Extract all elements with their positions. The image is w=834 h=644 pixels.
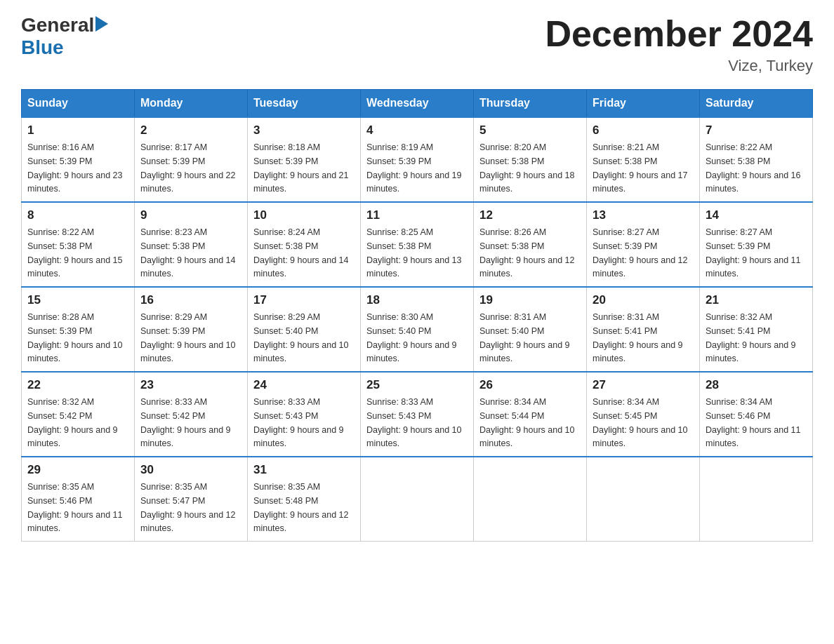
- calendar-cell: 9 Sunrise: 8:23 AMSunset: 5:38 PMDayligh…: [135, 202, 248, 287]
- calendar-week-row-5: 29 Sunrise: 8:35 AMSunset: 5:46 PMDaylig…: [22, 457, 813, 542]
- day-number: 4: [366, 123, 468, 137]
- day-info: Sunrise: 8:34 AMSunset: 5:44 PMDaylight:…: [479, 397, 575, 448]
- day-number: 13: [593, 208, 694, 222]
- title-section: December 2024 Vize, Turkey: [545, 14, 813, 75]
- calendar-cell: 3 Sunrise: 8:18 AMSunset: 5:39 PMDayligh…: [248, 117, 361, 202]
- day-number: 3: [253, 123, 355, 137]
- calendar-week-row-3: 15 Sunrise: 8:28 AMSunset: 5:39 PMDaylig…: [22, 287, 813, 372]
- col-thursday: Thursday: [474, 90, 587, 118]
- day-number: 18: [366, 293, 468, 307]
- page-header: General Blue December 2024 Vize, Turkey: [21, 14, 813, 75]
- calendar-week-row-2: 8 Sunrise: 8:22 AMSunset: 5:38 PMDayligh…: [22, 202, 813, 287]
- day-number: 30: [140, 463, 241, 477]
- day-number: 26: [479, 378, 581, 392]
- day-info: Sunrise: 8:29 AMSunset: 5:39 PMDaylight:…: [140, 312, 236, 363]
- day-info: Sunrise: 8:22 AMSunset: 5:38 PMDaylight:…: [706, 142, 801, 194]
- day-info: Sunrise: 8:17 AMSunset: 5:39 PMDaylight:…: [140, 142, 236, 194]
- day-number: 6: [593, 123, 694, 137]
- col-wednesday: Wednesday: [361, 90, 474, 118]
- calendar-week-row-4: 22 Sunrise: 8:32 AMSunset: 5:42 PMDaylig…: [22, 372, 813, 457]
- day-number: 27: [593, 378, 694, 392]
- calendar-cell: 20 Sunrise: 8:31 AMSunset: 5:41 PMDaylig…: [587, 287, 700, 372]
- day-info: Sunrise: 8:30 AMSunset: 5:40 PMDaylight:…: [366, 312, 457, 363]
- day-info: Sunrise: 8:32 AMSunset: 5:42 PMDaylight:…: [27, 397, 118, 448]
- day-info: Sunrise: 8:31 AMSunset: 5:41 PMDaylight:…: [593, 312, 683, 363]
- day-number: 22: [27, 378, 128, 392]
- day-info: Sunrise: 8:22 AMSunset: 5:38 PMDaylight:…: [27, 227, 123, 279]
- day-number: 5: [479, 123, 581, 137]
- calendar-cell: 23 Sunrise: 8:33 AMSunset: 5:42 PMDaylig…: [135, 372, 248, 457]
- calendar-cell: 16 Sunrise: 8:29 AMSunset: 5:39 PMDaylig…: [135, 287, 248, 372]
- day-info: Sunrise: 8:16 AMSunset: 5:39 PMDaylight:…: [27, 142, 123, 194]
- calendar-cell: 15 Sunrise: 8:28 AMSunset: 5:39 PMDaylig…: [22, 287, 135, 372]
- calendar-cell: 11 Sunrise: 8:25 AMSunset: 5:38 PMDaylig…: [361, 202, 474, 287]
- day-number: 1: [27, 123, 128, 137]
- calendar-cell: 19 Sunrise: 8:31 AMSunset: 5:40 PMDaylig…: [474, 287, 587, 372]
- calendar-cell: 10 Sunrise: 8:24 AMSunset: 5:38 PMDaylig…: [248, 202, 361, 287]
- calendar-cell: 1 Sunrise: 8:16 AMSunset: 5:39 PMDayligh…: [22, 117, 135, 202]
- day-info: Sunrise: 8:20 AMSunset: 5:38 PMDaylight:…: [479, 142, 575, 194]
- calendar-cell: 4 Sunrise: 8:19 AMSunset: 5:39 PMDayligh…: [361, 117, 474, 202]
- day-number: 9: [140, 208, 241, 222]
- day-info: Sunrise: 8:19 AMSunset: 5:39 PMDaylight:…: [366, 142, 462, 194]
- day-number: 31: [253, 463, 355, 477]
- day-info: Sunrise: 8:34 AMSunset: 5:45 PMDaylight:…: [593, 397, 688, 448]
- calendar-cell: 22 Sunrise: 8:32 AMSunset: 5:42 PMDaylig…: [22, 372, 135, 457]
- day-info: Sunrise: 8:18 AMSunset: 5:39 PMDaylight:…: [253, 142, 349, 194]
- calendar-cell: 31 Sunrise: 8:35 AMSunset: 5:48 PMDaylig…: [248, 457, 361, 542]
- col-friday: Friday: [587, 90, 700, 118]
- calendar-cell: 8 Sunrise: 8:22 AMSunset: 5:38 PMDayligh…: [22, 202, 135, 287]
- calendar-header-row: Sunday Monday Tuesday Wednesday Thursday…: [22, 90, 813, 118]
- day-info: Sunrise: 8:26 AMSunset: 5:38 PMDaylight:…: [479, 227, 575, 279]
- logo: General Blue: [21, 14, 108, 59]
- calendar-cell: 18 Sunrise: 8:30 AMSunset: 5:40 PMDaylig…: [361, 287, 474, 372]
- day-info: Sunrise: 8:28 AMSunset: 5:39 PMDaylight:…: [27, 312, 123, 363]
- calendar-cell: 29 Sunrise: 8:35 AMSunset: 5:46 PMDaylig…: [22, 457, 135, 542]
- svg-marker-0: [95, 16, 108, 32]
- day-number: 8: [27, 208, 128, 222]
- calendar-cell: 21 Sunrise: 8:32 AMSunset: 5:41 PMDaylig…: [700, 287, 813, 372]
- day-number: 10: [253, 208, 355, 222]
- day-info: Sunrise: 8:27 AMSunset: 5:39 PMDaylight:…: [593, 227, 688, 279]
- col-sunday: Sunday: [22, 90, 135, 118]
- calendar-cell: 24 Sunrise: 8:33 AMSunset: 5:43 PMDaylig…: [248, 372, 361, 457]
- day-number: 12: [479, 208, 581, 222]
- calendar-cell: 28 Sunrise: 8:34 AMSunset: 5:46 PMDaylig…: [700, 372, 813, 457]
- page-title: December 2024: [545, 14, 813, 54]
- day-number: 15: [27, 293, 128, 307]
- calendar-cell: 26 Sunrise: 8:34 AMSunset: 5:44 PMDaylig…: [474, 372, 587, 457]
- day-number: 19: [479, 293, 581, 307]
- day-info: Sunrise: 8:33 AMSunset: 5:42 PMDaylight:…: [140, 397, 231, 448]
- calendar-cell: [361, 457, 474, 542]
- logo-blue-text: Blue: [21, 36, 64, 59]
- day-info: Sunrise: 8:35 AMSunset: 5:48 PMDaylight:…: [253, 482, 349, 533]
- day-number: 29: [27, 463, 128, 477]
- day-number: 14: [706, 208, 807, 222]
- day-info: Sunrise: 8:25 AMSunset: 5:38 PMDaylight:…: [366, 227, 462, 279]
- calendar-cell: 2 Sunrise: 8:17 AMSunset: 5:39 PMDayligh…: [135, 117, 248, 202]
- day-number: 28: [706, 378, 807, 392]
- day-info: Sunrise: 8:33 AMSunset: 5:43 PMDaylight:…: [366, 397, 462, 448]
- day-info: Sunrise: 8:34 AMSunset: 5:46 PMDaylight:…: [706, 397, 801, 448]
- day-number: 23: [140, 378, 241, 392]
- day-number: 7: [706, 123, 807, 137]
- day-info: Sunrise: 8:29 AMSunset: 5:40 PMDaylight:…: [253, 312, 349, 363]
- col-tuesday: Tuesday: [248, 90, 361, 118]
- calendar-cell: 30 Sunrise: 8:35 AMSunset: 5:47 PMDaylig…: [135, 457, 248, 542]
- calendar-cell: 17 Sunrise: 8:29 AMSunset: 5:40 PMDaylig…: [248, 287, 361, 372]
- day-info: Sunrise: 8:21 AMSunset: 5:38 PMDaylight:…: [593, 142, 688, 194]
- calendar-cell: 14 Sunrise: 8:27 AMSunset: 5:39 PMDaylig…: [700, 202, 813, 287]
- day-info: Sunrise: 8:32 AMSunset: 5:41 PMDaylight:…: [706, 312, 796, 363]
- calendar-cell: [587, 457, 700, 542]
- logo-general-text: General: [21, 14, 94, 36]
- col-monday: Monday: [135, 90, 248, 118]
- calendar-week-row-1: 1 Sunrise: 8:16 AMSunset: 5:39 PMDayligh…: [22, 117, 813, 202]
- calendar-cell: 25 Sunrise: 8:33 AMSunset: 5:43 PMDaylig…: [361, 372, 474, 457]
- day-number: 25: [366, 378, 468, 392]
- day-info: Sunrise: 8:35 AMSunset: 5:47 PMDaylight:…: [140, 482, 236, 533]
- calendar-cell: 5 Sunrise: 8:20 AMSunset: 5:38 PMDayligh…: [474, 117, 587, 202]
- day-info: Sunrise: 8:31 AMSunset: 5:40 PMDaylight:…: [479, 312, 570, 363]
- day-number: 17: [253, 293, 355, 307]
- calendar-cell: 27 Sunrise: 8:34 AMSunset: 5:45 PMDaylig…: [587, 372, 700, 457]
- page-subtitle: Vize, Turkey: [545, 57, 813, 75]
